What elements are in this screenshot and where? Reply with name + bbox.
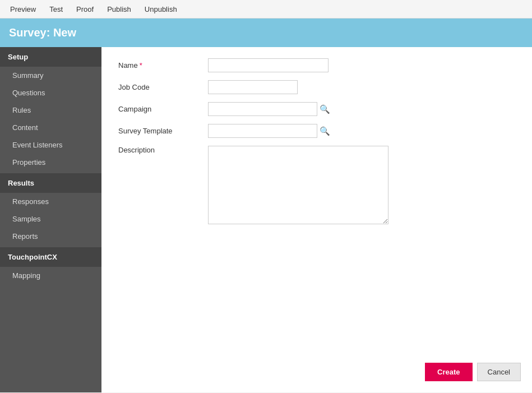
sidebar-item-event-listeners[interactable]: Event Listeners xyxy=(0,136,101,154)
sidebar-section-setup[interactable]: Setup xyxy=(0,47,101,67)
sidebar-item-samples[interactable]: Samples xyxy=(0,210,101,228)
name-row: Name* xyxy=(118,58,515,72)
sidebar-item-properties[interactable]: Properties xyxy=(0,154,101,171)
campaign-row: Campaign 🔍 xyxy=(118,102,515,116)
sidebar-section-results[interactable]: Results xyxy=(0,173,101,193)
sidebar-item-content[interactable]: Content xyxy=(0,119,101,136)
campaign-search-icon: 🔍 xyxy=(320,104,330,114)
name-input[interactable] xyxy=(208,58,329,72)
action-bar: Create Cancel xyxy=(425,363,521,381)
campaign-input[interactable] xyxy=(208,102,317,116)
survey-template-input[interactable] xyxy=(208,124,317,138)
description-row: Description xyxy=(118,146,515,224)
sidebar-item-summary[interactable]: Summary xyxy=(0,67,101,84)
survey-template-search-icon: 🔍 xyxy=(320,126,330,136)
survey-template-label: Survey Template xyxy=(118,127,208,135)
sidebar-item-mapping[interactable]: Mapping xyxy=(0,267,101,284)
toolbar: Preview Test Proof Publish Unpublish xyxy=(0,0,532,19)
survey-template-search-button[interactable]: 🔍 xyxy=(320,126,330,136)
jobcode-label: Job Code xyxy=(118,83,208,91)
sidebar-item-reports[interactable]: Reports xyxy=(0,228,101,245)
publish-button[interactable]: Publish xyxy=(101,3,137,16)
sidebar-item-questions[interactable]: Questions xyxy=(0,84,101,101)
campaign-label: Campaign xyxy=(118,105,208,113)
description-label: Description xyxy=(118,146,208,154)
test-button[interactable]: Test xyxy=(44,3,68,16)
sidebar-section-touchpoint[interactable]: TouchpointCX xyxy=(0,247,101,267)
content-area: Name* Job Code Campaign 🔍 Survey Templat… xyxy=(101,47,532,392)
proof-button[interactable]: Proof xyxy=(71,3,99,16)
name-label: Name* xyxy=(118,61,208,70)
survey-template-input-group: 🔍 xyxy=(208,124,330,138)
unpublish-button[interactable]: Unpublish xyxy=(139,3,183,16)
page-title: Survey: New xyxy=(0,19,532,47)
jobcode-row: Job Code xyxy=(118,80,515,94)
description-textarea[interactable] xyxy=(208,146,388,224)
sidebar: Setup Summary Questions Rules Content Ev… xyxy=(0,47,101,392)
main-layout: Setup Summary Questions Rules Content Ev… xyxy=(0,47,532,392)
campaign-input-group: 🔍 xyxy=(208,102,330,116)
cancel-button[interactable]: Cancel xyxy=(477,363,521,381)
create-button[interactable]: Create xyxy=(425,363,472,381)
survey-template-row: Survey Template 🔍 xyxy=(118,124,515,138)
campaign-search-button[interactable]: 🔍 xyxy=(320,104,330,114)
preview-button[interactable]: Preview xyxy=(4,3,41,16)
required-star: * xyxy=(140,61,142,70)
sidebar-item-rules[interactable]: Rules xyxy=(0,101,101,119)
jobcode-input[interactable] xyxy=(208,80,298,94)
sidebar-item-responses[interactable]: Responses xyxy=(0,193,101,210)
